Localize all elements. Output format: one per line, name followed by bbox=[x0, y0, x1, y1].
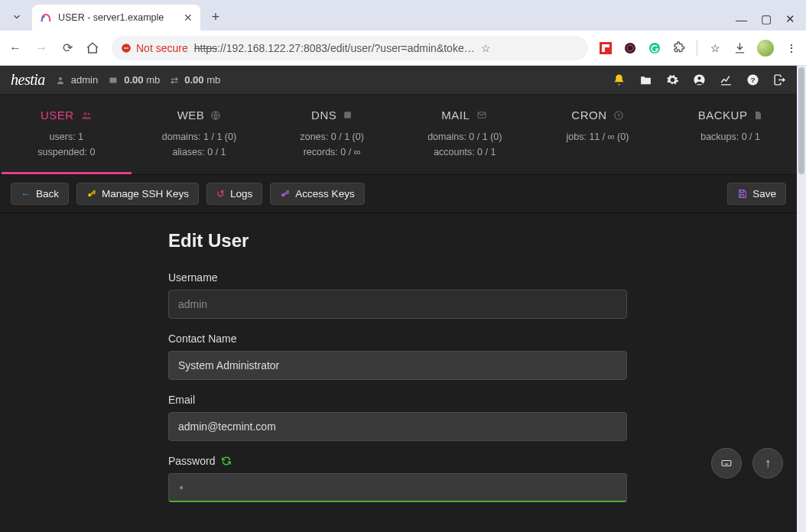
insecure-badge[interactable]: Not secure bbox=[121, 42, 188, 54]
disk-icon bbox=[109, 76, 118, 85]
window-controls: — ▢ ✕ bbox=[736, 12, 795, 26]
content-area: Edit User Username Contact Name Email Pa… bbox=[0, 213, 797, 532]
bandwidth-usage: ⇄ 0.00 mb bbox=[171, 74, 220, 86]
back-button[interactable]: ← bbox=[8, 41, 23, 55]
close-tab-icon[interactable]: ✕ bbox=[184, 11, 193, 24]
flipboard-ext-icon[interactable] bbox=[599, 41, 613, 55]
files-icon[interactable] bbox=[639, 73, 652, 86]
svg-rect-22 bbox=[722, 461, 731, 466]
svg-point-8 bbox=[59, 77, 62, 80]
tab-search-button[interactable] bbox=[6, 6, 28, 28]
home-button[interactable] bbox=[86, 41, 101, 55]
section-tabs: USER users: 1suspended: 0 WEB domains: 1… bbox=[0, 95, 797, 175]
svg-text:?: ? bbox=[750, 76, 755, 84]
refresh-icon[interactable] bbox=[221, 456, 232, 466]
tab-mail[interactable]: MAIL domains: 0 / 1 (0)accounts: 0 / 1 bbox=[400, 104, 530, 174]
help-icon[interactable]: ? bbox=[746, 73, 759, 86]
save-icon bbox=[737, 189, 747, 199]
browser-tab-strip: USER - server1.example ✕ + — ▢ ✕ bbox=[0, 0, 806, 31]
key-purple-icon bbox=[280, 189, 290, 199]
tab-user[interactable]: USER users: 1suspended: 0 bbox=[2, 104, 132, 174]
keyboard-shortcuts-button[interactable] bbox=[711, 448, 742, 478]
clock-icon bbox=[613, 110, 624, 121]
file-icon bbox=[753, 110, 762, 121]
svg-point-20 bbox=[88, 193, 91, 196]
contact-name-input[interactable] bbox=[168, 351, 627, 380]
stats-icon[interactable] bbox=[720, 73, 733, 86]
tab-dns[interactable]: DNS zones: 0 / 1 (0)records: 0 / ∞ bbox=[267, 104, 397, 174]
password-input[interactable] bbox=[168, 473, 627, 502]
close-window-button[interactable]: ✕ bbox=[785, 12, 795, 26]
extensions-icon[interactable] bbox=[672, 41, 686, 55]
tab-web[interactable]: WEB domains: 1 / 1 (0)aliases: 0 / 1 bbox=[134, 104, 264, 174]
contact-name-label: Contact Name bbox=[168, 332, 627, 345]
svg-point-14 bbox=[83, 112, 86, 115]
svg-point-21 bbox=[282, 193, 285, 196]
scroll-top-button[interactable]: ↑ bbox=[752, 448, 783, 478]
minimize-button[interactable]: — bbox=[736, 13, 747, 26]
transfer-icon: ⇄ bbox=[171, 75, 178, 86]
username-input bbox=[168, 290, 627, 319]
logout-icon[interactable] bbox=[773, 73, 786, 86]
forward-button[interactable]: → bbox=[34, 41, 49, 55]
page-title: Edit User bbox=[168, 230, 627, 251]
downloads-icon[interactable] bbox=[733, 41, 746, 55]
svg-point-11 bbox=[697, 76, 700, 79]
history-icon: ↺ bbox=[216, 188, 225, 200]
reload-button[interactable]: ⟳ bbox=[60, 41, 75, 55]
arrow-left-icon: ← bbox=[21, 188, 31, 200]
profile-avatar[interactable] bbox=[757, 40, 774, 57]
users-icon bbox=[80, 110, 93, 121]
bell-icon[interactable] bbox=[613, 73, 626, 86]
bookmark-star-icon[interactable]: ☆ bbox=[481, 42, 491, 54]
maximize-button[interactable]: ▢ bbox=[761, 12, 772, 26]
access-keys-button[interactable]: Access Keys bbox=[270, 183, 364, 205]
grammarly-ext-icon[interactable] bbox=[648, 41, 661, 55]
svg-rect-1 bbox=[124, 47, 128, 48]
back-action-button[interactable]: ← Back bbox=[11, 183, 69, 205]
email-label: Email bbox=[168, 394, 627, 406]
scrollbar-thumb[interactable] bbox=[798, 67, 804, 174]
tab-title: USER - server1.example bbox=[58, 12, 177, 23]
browser-toolbar: ← → ⟳ Not secure https://192.168.122.27:… bbox=[0, 31, 806, 66]
tab-backup[interactable]: BACKUP backups: 0 / 1 bbox=[665, 104, 795, 174]
gear-icon[interactable] bbox=[666, 73, 679, 86]
save-button[interactable]: Save bbox=[727, 183, 786, 205]
tab-cron[interactable]: CRON jobs: 11 / ∞ (0) bbox=[532, 104, 662, 174]
address-bar[interactable]: Not secure https://192.168.122.27:8083/e… bbox=[112, 36, 588, 60]
user-icon bbox=[56, 76, 65, 85]
logs-button[interactable]: ↺ Logs bbox=[206, 183, 262, 205]
bookmark-outline-icon[interactable]: ☆ bbox=[708, 41, 722, 55]
account-icon[interactable] bbox=[693, 73, 706, 86]
username-label: Username bbox=[168, 271, 627, 284]
logged-user[interactable]: admin bbox=[56, 74, 98, 86]
password-label: Password bbox=[168, 455, 215, 467]
scrollbar[interactable] bbox=[797, 66, 806, 532]
menu-icon[interactable]: ⋮ bbox=[785, 41, 798, 55]
svg-rect-2 bbox=[600, 42, 612, 54]
mail-icon bbox=[476, 110, 488, 120]
browser-tab-active[interactable]: USER - server1.example ✕ bbox=[32, 5, 200, 31]
hestia-app: hestia admin 0.00 mb ⇄ 0.00 mb bbox=[0, 66, 806, 532]
key-icon bbox=[86, 189, 96, 199]
hestia-logo[interactable]: hestia bbox=[11, 71, 45, 89]
new-tab-button[interactable]: + bbox=[205, 6, 226, 28]
url-text: https://192.168.122.27:8083/edit/user/?u… bbox=[194, 42, 475, 54]
disk-usage: 0.00 mb bbox=[109, 74, 160, 86]
svg-point-15 bbox=[87, 112, 89, 115]
svg-rect-9 bbox=[110, 77, 117, 83]
svg-rect-4 bbox=[602, 44, 609, 47]
favicon-icon bbox=[40, 11, 52, 24]
svg-point-5 bbox=[625, 43, 635, 54]
manage-ssh-keys-button[interactable]: Manage SSH Keys bbox=[76, 183, 199, 205]
globe-icon bbox=[210, 110, 221, 121]
svg-rect-17 bbox=[344, 112, 351, 118]
circle-ext-icon[interactable] bbox=[623, 41, 637, 55]
action-bar: ← Back Manage SSH Keys ↺ Logs Access Key… bbox=[0, 175, 797, 213]
app-topbar: hestia admin 0.00 mb ⇄ 0.00 mb bbox=[0, 66, 797, 95]
dns-icon bbox=[343, 110, 353, 120]
email-input[interactable] bbox=[168, 412, 627, 441]
